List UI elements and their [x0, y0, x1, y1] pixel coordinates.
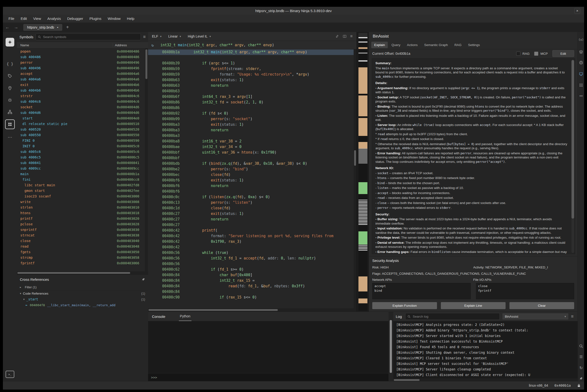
- edit-button[interactable]: Edit: [552, 50, 574, 57]
- more-icon[interactable]: …: [6, 132, 14, 140]
- symbol-row-main[interactable]: main0x000400b1a: [17, 171, 148, 176]
- symbol-row-pclose[interactable]: pclose0x000403028: [17, 221, 148, 227]
- assist-tab-query[interactable]: Query: [388, 42, 403, 48]
- code-line-00400b59[interactable]: 00400b59fprintf(stream: stderr,: [148, 66, 356, 72]
- log-lines[interactable]: [BinAssistMCP] Analysis progress state: …: [393, 321, 577, 378]
- view-menu-icon[interactable]: ≡: [350, 34, 353, 39]
- symbol-row-sub-400550[interactable]: sub_4005500x000400550: [17, 132, 148, 138]
- symbol-row-perror[interactable]: perror0x000400496: [17, 60, 148, 65]
- symbol-row-fgets[interactable]: fgets0x000403050: [17, 249, 148, 255]
- assist-tab-explain[interactable]: Explain: [371, 42, 388, 48]
- view-selector-linear[interactable]: Linear▾: [168, 34, 181, 38]
- column-address[interactable]: Address: [113, 43, 148, 47]
- code-line-00400b99[interactable]: 00400b99perror(s: "socket"): [148, 116, 356, 122]
- split-view-icon[interactable]: [343, 34, 347, 38]
- symbol-row--init-0[interactable]: _INIT_00x0004005c0: [17, 143, 148, 149]
- symbol-row-sub-4005c6[interactable]: sub_4005c60x0004005c6: [17, 149, 148, 154]
- menu-help[interactable]: Help: [124, 16, 138, 20]
- xrefs-filter-row[interactable]: ▸ Filter (1): [17, 284, 148, 290]
- xrefs-group-code-references[interactable]: ▾ Code References {1}: [17, 290, 148, 296]
- code-line[interactable]: [148, 55, 356, 60]
- tag-icon[interactable]: [6, 72, 14, 80]
- assist-tab-settings[interactable]: Settings: [465, 42, 483, 48]
- code-line-00400bf6[interactable]: 00400bf6noreturn: [148, 183, 356, 189]
- binassist-scrollbar[interactable]: [571, 60, 574, 253]
- code-line-00400c13[interactable]: 00400c13perror(s: "listen"): [148, 200, 356, 206]
- bug-icon[interactable]: [6, 96, 14, 104]
- log-search-input[interactable]: [412, 314, 497, 318]
- printer-icon[interactable]: [578, 60, 584, 66]
- log-filter-dropdown[interactable]: BinAssist ▾: [502, 313, 568, 320]
- code-line-00400c90[interactable]: 00400c90if (rax_15 s<= 0): [148, 294, 356, 300]
- code-line-00400c27[interactable]: 00400c27: [148, 222, 356, 228]
- menu-analysis[interactable]: Analysis: [44, 16, 64, 20]
- symbol-row-strncat[interactable]: strncat0x000403038: [17, 232, 148, 238]
- code-vscrollbar[interactable]: [354, 49, 356, 308]
- mcp-checkbox[interactable]: [534, 52, 538, 56]
- explain-function-button[interactable]: Explain Function: [372, 302, 437, 309]
- code-line-00400c42[interactable]: 00400c42format: "Server listening on por…: [148, 233, 356, 239]
- document-tab[interactable]: httpsrv_strip.bndb ●: [23, 24, 62, 31]
- tab-python[interactable]: Python: [179, 312, 192, 321]
- code-line-00400c42[interactable]: 00400c42printf(: [148, 228, 356, 233]
- map-pin-icon[interactable]: [6, 84, 14, 92]
- pin-icon[interactable]: [142, 278, 145, 281]
- symbol-row-fprintf[interactable]: fprintf0x000403066: [17, 260, 148, 266]
- pin-icon[interactable]: [578, 376, 584, 381]
- menu-plugins[interactable]: Plugins: [86, 16, 105, 20]
- symbol-row-strlen[interactable]: strlen0x000403010: [17, 204, 148, 210]
- symbol-row-close[interactable]: close0x000403040: [17, 238, 148, 244]
- symbols-menu-icon[interactable]: ≡: [143, 34, 146, 40]
- symbol-row--fini-0[interactable]: _FINI_00x000400590: [17, 138, 148, 143]
- console-output[interactable]: [148, 321, 388, 373]
- symbol-row-popen[interactable]: popen0x000400486: [17, 48, 148, 54]
- code-line-00400c27[interactable]: 00400c27noreturn: [148, 216, 356, 222]
- code-line-00400bdb[interactable]: 00400bdbif (bind(zx.q(fd), &var_38, 0x10…: [148, 161, 356, 166]
- log-menu-icon[interactable]: ≡: [571, 314, 574, 319]
- symbols-hscrollbar[interactable]: [17, 271, 148, 274]
- braces-icon[interactable]: { }: [6, 60, 14, 68]
- symbol-row-strcmp[interactable]: strcmp0x000403058: [17, 255, 148, 260]
- symbol-row-exit[interactable]: exit0x0004004b6: [17, 82, 148, 88]
- code-line-00400c84[interactable]: 00400c84char buf[0x400]: [148, 272, 356, 278]
- code-line-00400ba3[interactable]: 00400ba3noreturn: [148, 128, 356, 133]
- apps-grid-icon[interactable]: [578, 82, 584, 88]
- rag-checkbox[interactable]: [516, 52, 520, 56]
- code-line-00400bec[interactable]: 00400becclose(fd): [148, 172, 356, 178]
- symbol-row-sub-400496[interactable]: sub_4004960x000400496: [17, 65, 148, 71]
- code-line-00400ba3[interactable]: 00400ba3exit(status: 1): [148, 122, 356, 128]
- code-line-00400c42[interactable]: 00400c42: [148, 244, 356, 250]
- view-selector-elf[interactable]: ELF▾: [152, 34, 161, 38]
- quotes-icon[interactable]: ””: [578, 94, 584, 100]
- forward-button[interactable]: →: [12, 25, 20, 30]
- code-line-00400bae[interactable]: 00400baeint32_t var_34 = 0: [148, 144, 356, 150]
- terminal-icon[interactable]: >_: [6, 371, 14, 378]
- symbol-row-sub-400520[interactable]: sub_4005200x000400520: [17, 126, 148, 132]
- code-line-00400be2[interactable]: 00400be2perror(s: "bind"): [148, 166, 356, 172]
- console-prompt[interactable]: >>>: [148, 373, 388, 382]
- code-line-00400c42[interactable]: 00400c420x1f90, rax_3): [148, 239, 356, 244]
- code-line-00400b59[interactable]: 00400b59format: "Usage: %s <directory>\n…: [148, 72, 356, 77]
- network-api-item[interactable]: bind: [374, 288, 468, 293]
- symbols-grid-icon[interactable]: [5, 120, 15, 129]
- symbol-row-sub-4004a6[interactable]: sub_4004a60x0004004a6: [17, 76, 148, 82]
- symbol-row-printf[interactable]: printf0x000403020: [17, 216, 148, 221]
- menu-debugger[interactable]: Debugger: [64, 16, 86, 20]
- code-line-00400c27[interactable]: 00400c27exit(status: 1): [148, 211, 356, 216]
- lock-icon[interactable]: [577, 384, 581, 388]
- code-line-00400b63[interactable]: 00400b63noreturn: [148, 83, 356, 88]
- code-line-00400b63[interactable]: 00400b63: [148, 88, 356, 94]
- symbol-row--dl-relocate-static-pie[interactable]: _dl_relocate_static_pie0x000400510: [17, 121, 148, 126]
- code-line-00400c62[interactable]: 00400c62if (fd_1 s>= 0): [148, 267, 356, 272]
- code-hscrollbar[interactable]: [148, 308, 356, 312]
- code-line-00400bf6[interactable]: 00400bf6exit(status: 1): [148, 178, 356, 183]
- symbol-row-sub-4004d6[interactable]: sub_4004d60x0004004d6: [17, 110, 148, 115]
- symbols-column-headers[interactable]: Name Address: [17, 42, 148, 48]
- spark-icon[interactable]: [6, 38, 14, 46]
- feature-map[interactable]: [356, 32, 369, 312]
- file-api-item[interactable]: fprintf: [478, 288, 572, 293]
- code-line-00400bbf[interactable]: 00400bbf: [148, 155, 356, 161]
- refresh-icon[interactable]: ↻: [152, 43, 154, 48]
- view-selector-high-level-il[interactable]: High Level IL▾: [188, 34, 211, 38]
- sitemap-icon[interactable]: [6, 108, 14, 116]
